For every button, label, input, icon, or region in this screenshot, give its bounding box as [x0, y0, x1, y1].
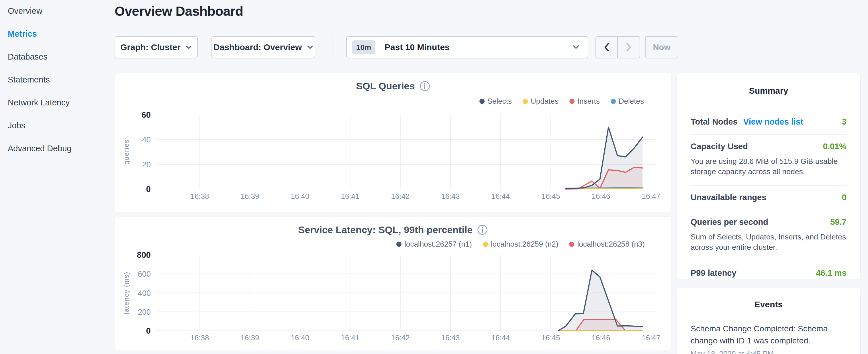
dashboard-dropdown[interactable]: Dashboard: Overview — [212, 36, 315, 58]
svg-text:16:47: 16:47 — [642, 333, 660, 342]
svg-text:800: 800 — [137, 250, 151, 259]
view-nodes-list-link[interactable]: View nodes list — [743, 117, 803, 127]
svg-text:400: 400 — [138, 289, 151, 297]
svg-text:16:39: 16:39 — [241, 192, 259, 200]
event-timestamp: May 13, 2020 at 4:45 PM — [691, 349, 846, 354]
svg-text:16:43: 16:43 — [441, 333, 460, 342]
capacity-used-block: Capacity Used 0.01% You are using 28.6 M… — [691, 135, 846, 186]
capacity-used-value: 0.01% — [823, 142, 846, 151]
svg-text:0: 0 — [146, 185, 151, 194]
svg-text:16:46: 16:46 — [591, 192, 610, 200]
time-window-badge: 10m — [352, 40, 375, 55]
time-back-button[interactable] — [596, 37, 618, 58]
page-title: Overview Dashboard — [115, 3, 243, 19]
svg-text:20: 20 — [142, 160, 151, 169]
svg-text:16:45: 16:45 — [541, 192, 560, 200]
svg-text:16:40: 16:40 — [290, 333, 309, 342]
svg-text:40: 40 — [142, 135, 151, 144]
svg-text:16:46: 16:46 — [591, 333, 610, 342]
unavailable-ranges-value: 0 — [842, 193, 846, 202]
svg-text:16:44: 16:44 — [491, 192, 510, 200]
svg-text:16:43: 16:43 — [441, 192, 460, 200]
cluster-summary-panel: Summary Total Nodes View nodes list 3 Ca… — [677, 73, 861, 280]
capacity-used-label: Capacity Used — [691, 142, 748, 151]
event-list-item[interactable]: Schema Change Completed: Schema change w… — [691, 322, 846, 354]
total-nodes-block: Total Nodes View nodes list 3 — [691, 110, 846, 135]
svg-text:latency (ms): latency (ms) — [122, 271, 130, 314]
svg-text:200: 200 — [138, 308, 151, 317]
events-heading: Events — [691, 299, 846, 309]
capacity-used-description: You are using 28.6 MiB of 515.9 GiB usab… — [691, 156, 846, 177]
controls-divider — [332, 37, 333, 58]
svg-text:16:38: 16:38 — [190, 333, 209, 342]
graph-scope-dropdown[interactable]: Graph: Cluster — [115, 36, 198, 58]
svg-text:16:41: 16:41 — [341, 333, 359, 342]
unavailable-ranges-label: Unavailable ranges — [691, 193, 766, 202]
service-latency-chart-card: Service Latency: SQL, 99th percentile lo… — [115, 216, 672, 350]
sql-queries-chart-card: SQL Queries SelectsUpdatesInsertsDeletes… — [115, 73, 672, 212]
chevron-left-icon — [603, 42, 610, 53]
chevron-down-icon — [307, 45, 313, 49]
time-nav-group — [595, 36, 640, 58]
svg-text:600: 600 — [138, 270, 151, 279]
svg-text:16:44: 16:44 — [491, 333, 510, 342]
svg-text:16:42: 16:42 — [391, 333, 409, 342]
time-forward-button[interactable] — [618, 37, 640, 58]
sidebar-item-jobs[interactable]: Jobs — [8, 120, 112, 131]
svg-text:16:47: 16:47 — [642, 192, 660, 200]
svg-text:16:38: 16:38 — [190, 192, 209, 200]
summary-heading: Summary — [691, 86, 846, 96]
sidebar-item-advanced-debug[interactable]: Advanced Debug — [8, 143, 112, 154]
queries-per-second-block: Queries per second 59.7 Sum of Selects, … — [691, 210, 846, 261]
sidebar-item-network-latency[interactable]: Network Latency — [8, 97, 112, 108]
svg-text:0: 0 — [146, 326, 151, 335]
chevron-right-icon — [625, 42, 632, 53]
dashboard-dropdown-label: Dashboard: Overview — [214, 42, 302, 52]
chevron-down-icon — [572, 45, 580, 50]
time-window-selector[interactable]: 10m Past 10 Minutes — [346, 36, 588, 58]
total-nodes-label: Total Nodes — [691, 117, 738, 127]
p99-latency-value: 46.1 ms — [816, 268, 846, 278]
sql-queries-chart-canvas[interactable]: 16:3816:3916:4016:4116:4216:4316:4416:45… — [115, 73, 672, 213]
svg-text:16:41: 16:41 — [341, 192, 359, 200]
sidebar-nav-list: Overview Metrics Databases Statements Ne… — [8, 6, 112, 154]
event-text: Schema Change Completed: Schema change w… — [691, 322, 846, 347]
svg-text:16:39: 16:39 — [241, 333, 259, 342]
svg-text:16:45: 16:45 — [541, 333, 560, 342]
dashboard-controls: Graph: Cluster Dashboard: Overview 10m P… — [0, 36, 868, 58]
time-window-label: Past 10 Minutes — [384, 42, 450, 52]
svg-text:16:40: 16:40 — [290, 192, 309, 200]
svg-text:queries: queries — [122, 139, 130, 165]
sidebar-item-statements[interactable]: Statements — [8, 74, 112, 85]
unavailable-ranges-block: Unavailable ranges 0 — [691, 186, 846, 210]
queries-per-second-value: 59.7 — [831, 217, 846, 227]
total-nodes-value: 3 — [842, 117, 846, 127]
sidebar-item-overview[interactable]: Overview — [8, 6, 112, 16]
svg-text:60: 60 — [142, 110, 151, 120]
p99-latency-label: P99 latency — [691, 268, 737, 278]
queries-per-second-label: Queries per second — [691, 217, 768, 227]
now-button[interactable]: Now — [645, 36, 678, 58]
service-latency-chart-canvas[interactable]: 16:3816:3916:4016:4116:4216:4316:4416:45… — [115, 217, 672, 350]
events-panel: Events Schema Change Completed: Schema c… — [677, 288, 861, 354]
queries-per-second-description: Sum of Selects, Updates, Inserts, and De… — [691, 232, 846, 252]
chevron-down-icon — [186, 45, 192, 49]
p99-latency-block: P99 latency 46.1 ms — [691, 261, 846, 286]
graph-scope-dropdown-label: Graph: Cluster — [120, 42, 181, 52]
svg-text:16:42: 16:42 — [391, 192, 409, 200]
